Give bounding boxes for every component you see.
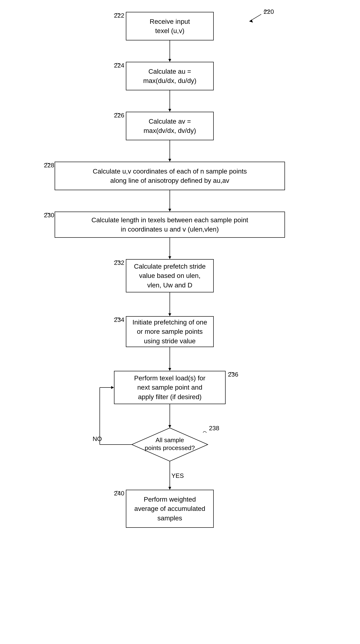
svg-marker-26 [249,20,253,22]
label-226: 226 [114,112,124,119]
box-234: Initiate prefetching of oneor more sampl… [126,316,214,347]
svg-marker-11 [168,313,171,316]
label-222: 222 [114,12,124,19]
diagram-ref-220: 220 [264,8,274,15]
box-226: Calculate av =max(dv/dx, dv/dy) [126,112,214,140]
svg-marker-3 [168,109,171,112]
label-238: 238 [209,424,219,432]
box-236: Perform texel load(s) fornext sample poi… [114,371,226,404]
svg-marker-15 [168,425,171,428]
flowchart-diagram: All sample points processed? 238 YES NO … [0,0,360,644]
yes-label: YES [172,472,184,479]
svg-marker-24 [111,386,114,389]
svg-marker-1 [168,59,171,62]
svg-text:points processed?: points processed? [145,444,195,452]
box-232: Calculate prefetch stridevalue based on … [126,259,214,292]
svg-marker-20 [168,487,171,490]
label-228: 228 [44,162,54,169]
box-228: Calculate u,v coordinates of each of n s… [55,162,285,190]
svg-marker-9 [168,256,171,259]
label-240: 240 [114,490,124,497]
svg-marker-7 [168,209,171,212]
svg-marker-5 [168,159,171,162]
box-224: Calculate au =max(du/dx, du/dy) [126,62,214,90]
label-230: 230 [44,212,54,219]
svg-text:All sample: All sample [156,436,184,444]
box-240: Perform weightedaverage of accumulatedsa… [126,490,214,528]
label-234: 234 [114,316,124,324]
label-224: 224 [114,62,124,69]
svg-marker-13 [168,368,171,371]
no-label: NO [93,435,102,442]
box-230: Calculate length in texels between each … [55,212,285,238]
label-236: 236 [228,371,238,378]
label-232: 232 [114,259,124,266]
box-222: Receive inputtexel (u,v) [126,12,214,40]
